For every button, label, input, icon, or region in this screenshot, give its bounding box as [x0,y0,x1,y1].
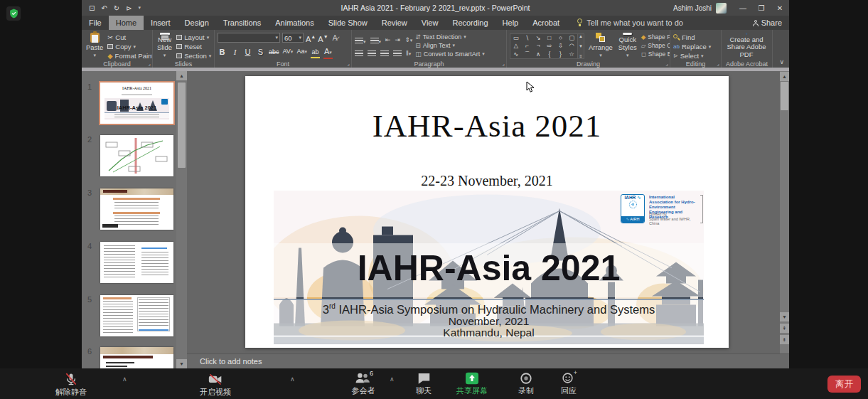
undo-icon[interactable]: ↶ [101,4,107,12]
share-screen-button[interactable]: 共享屏幕 [451,372,493,396]
align-left-icon[interactable] [355,50,363,56]
shape-arc-icon[interactable]: ◠ [566,42,577,50]
font-dialog-launcher[interactable]: ⌟ [347,61,350,67]
clipboard-dialog-launcher[interactable]: ⌟ [148,61,151,67]
video-options-chevron-icon[interactable]: ∧ [290,376,295,383]
create-pdf-button[interactable]: Create and Share Adobe PDF [724,32,768,59]
thumbnail-slide-6[interactable] [100,347,173,368]
font-color-button[interactable]: A▾ [323,46,333,58]
slide-banner-image[interactable]: IAHR-Asia 2021 3rd IAHR-Asia Symposium o… [274,191,704,344]
qat-customize-icon[interactable]: ▾ [139,5,141,11]
line-spacing-icon[interactable]: ⇕▾ [404,36,412,43]
paragraph-dialog-launcher[interactable]: ⌟ [502,61,505,67]
redo-icon[interactable]: ↻ [114,4,119,12]
audio-options-chevron-icon[interactable]: ∧ [122,376,127,383]
align-text-button[interactable]: ⊟Align Text▾ [415,42,485,49]
find-button[interactable]: Find [673,33,711,41]
collapse-ribbon-icon[interactable]: ∨ [779,58,784,65]
thumbnails-scrollbar[interactable]: ▲ ▼ [176,71,187,368]
record-button[interactable]: 录制 [506,372,546,396]
columns-icon[interactable]: ‖▾ [406,50,411,57]
shapes-gallery-scrollbar[interactable]: ▲▼≡ [578,33,584,59]
leave-meeting-button[interactable]: 离开 [827,376,861,393]
convert-smartart-button[interactable]: ◫Convert to SmartArt▾ [415,50,485,58]
shape-elbow-icon[interactable]: ⌐ [522,42,533,50]
cut-button[interactable]: ✂Cut [107,33,153,41]
tell-me-box[interactable]: Tell me what you want to do [577,16,683,30]
format-painter-button[interactable]: ◆Format Painter [107,52,153,60]
restore-button[interactable]: ❐ [752,0,771,16]
close-button[interactable]: ✕ [771,0,789,16]
tab-slideshow[interactable]: Slide Show [321,16,375,30]
section-button[interactable]: Section▾ [176,52,211,60]
decrease-indent-icon[interactable]: ⇤ [385,36,391,43]
drawing-dialog-launcher[interactable]: ⌟ [665,61,668,67]
start-video-button[interactable]: 开启视频 [183,372,247,398]
slide-area-scrollbar[interactable]: ▲ ▼ ⇞ ⇟ [780,71,789,353]
slide-date-text[interactable]: 22-23 November, 2021 [245,173,729,189]
tab-acrobat[interactable]: Acrobat [525,16,567,30]
shape-elbow2-icon[interactable]: ¬ [532,42,544,50]
save-icon[interactable]: ⊡ [89,4,95,12]
shape-brace-right-icon[interactable]: } [555,50,567,58]
shape-brace-left-icon[interactable]: { [544,50,555,58]
shape-angle-icon[interactable]: ∧ [532,50,544,58]
start-slideshow-icon[interactable]: ⊳ [126,4,132,12]
tab-home[interactable]: Home [109,16,144,30]
new-slide-button[interactable]: New Slide ▾ [156,32,173,59]
thumbnail-slide-2[interactable] [100,135,173,176]
zoom-security-shield-icon[interactable] [6,6,21,21]
tab-review[interactable]: Review [375,16,414,30]
shape-roundrect-icon[interactable]: ▢ [566,34,577,42]
paste-button[interactable]: Paste ▾ [85,32,105,59]
tab-transitions[interactable]: Transitions [216,16,268,30]
shape-textbox-icon[interactable]: ▭ [510,34,522,42]
thumbnail-slide-3[interactable] [100,188,173,230]
bullets-icon[interactable]: ▾ [355,33,366,46]
scroll-up-icon[interactable]: ▲ [780,72,789,81]
align-right-icon[interactable] [380,50,389,56]
shape-line-icon[interactable]: ∖ [522,34,533,42]
highlight-color-button[interactable]: ab [311,47,320,57]
thumbnails-scroll-down-icon[interactable]: ▼ [176,359,187,368]
shape-oval-icon[interactable]: ○ [555,34,567,42]
tab-view[interactable]: View [414,16,446,30]
tab-insert[interactable]: Insert [144,16,178,30]
scroll-down-icon[interactable]: ▼ [780,312,789,321]
increase-font-icon[interactable]: A▲ [306,32,316,44]
chat-button[interactable]: 聊天 [404,372,444,396]
tab-help[interactable]: Help [495,16,526,30]
text-shadow-button[interactable]: S [256,47,265,57]
decrease-font-icon[interactable]: A▼ [318,32,328,44]
editing-dialog-launcher[interactable]: ⌟ [717,61,719,67]
tab-design[interactable]: Design [178,16,216,30]
tab-animations[interactable]: Animations [268,16,321,30]
shape-scribble-icon[interactable]: ∿ [510,50,522,58]
select-button[interactable]: ⊳Select▾ [673,52,711,60]
shape-arrow-down-icon[interactable]: ⇩ [555,42,567,50]
shape-arrow-icon[interactable]: ↘ [532,34,544,42]
account-avatar[interactable] [716,3,727,14]
shape-star-icon[interactable]: ☆ [566,50,577,58]
shape-effects-button[interactable]: ◻Shape Effects▾ [641,50,670,58]
reactions-button[interactable]: + 回应 [549,372,589,396]
account-name[interactable]: Ashim Joshi [673,4,712,12]
current-slide[interactable]: IAHR-Asia 2021 22-23 November, 2021 [245,76,729,348]
thumbnail-slide-5[interactable] [100,295,173,336]
previous-slide-icon[interactable]: ⇞ [780,324,789,333]
arrange-button[interactable]: Arrange ▾ [587,32,614,59]
participants-chevron-icon[interactable]: ∧ [390,376,395,383]
align-center-icon[interactable] [368,50,376,56]
slide-title-text[interactable]: IAHR-Asia 2021 [245,107,729,144]
thumbnail-slide-1[interactable]: IAHR-Asia 2021 IAHR-Asia 2021 [100,83,173,124]
bold-button[interactable]: B [218,47,227,57]
change-case-button[interactable]: Aa▾ [296,46,307,57]
tab-recording[interactable]: Recording [445,16,495,30]
layout-button[interactable]: Layout▾ [176,33,211,41]
increase-indent-icon[interactable]: ⇥ [395,36,401,43]
reset-button[interactable]: Reset [176,43,211,50]
strikethrough-button[interactable]: abc [269,47,279,57]
next-slide-icon[interactable]: ⇟ [780,335,789,344]
share-button[interactable]: Share [753,16,782,30]
scroll-thumb[interactable] [781,82,788,110]
